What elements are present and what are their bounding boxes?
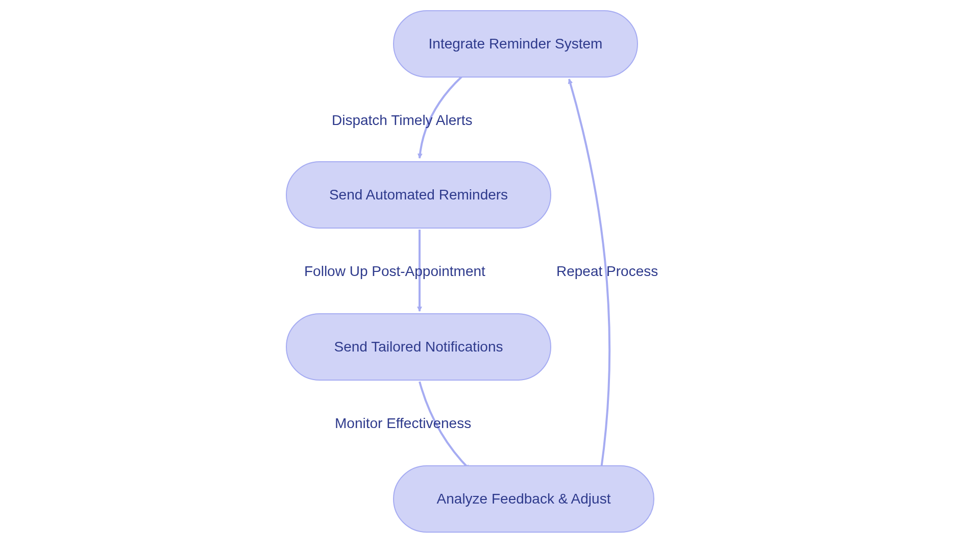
edge-label-monitor-effectiveness: Monitor Effectiveness: [335, 415, 471, 432]
flowchart-diagram: Integrate Reminder System Send Automated…: [0, 0, 980, 551]
edge-label-follow-up-post-appointment: Follow Up Post-Appointment: [304, 263, 485, 280]
node-send-automated-reminders: Send Automated Reminders: [286, 161, 551, 229]
edge-label-repeat-process: Repeat Process: [556, 263, 658, 280]
node-label: Integrate Reminder System: [429, 36, 603, 52]
node-analyze-feedback-adjust: Analyze Feedback & Adjust: [393, 465, 654, 533]
node-label: Analyze Feedback & Adjust: [437, 491, 611, 507]
node-send-tailored-notifications: Send Tailored Notifications: [286, 313, 551, 381]
node-integrate-reminder-system: Integrate Reminder System: [393, 10, 638, 78]
node-label: Send Automated Reminders: [329, 187, 508, 203]
edge-label-dispatch-timely-alerts: Dispatch Timely Alerts: [332, 112, 472, 129]
node-label: Send Tailored Notifications: [334, 339, 503, 355]
